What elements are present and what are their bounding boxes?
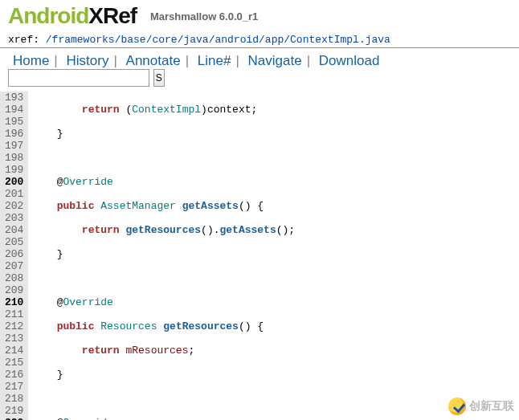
nav-line[interactable]: Line#	[193, 53, 236, 68]
line-number[interactable]: 218	[5, 393, 23, 405]
branch-subtitle: Marshmallow 6.0.0_r1	[150, 10, 258, 22]
code-view: 1931941951961971981992002012022032042052…	[0, 92, 519, 420]
line-number[interactable]: 215	[5, 357, 23, 369]
nav-annotate[interactable]: Annotate	[121, 53, 186, 68]
logo-android: Android	[8, 3, 88, 28]
xref-path[interactable]: /frameworks/base/core/java/android/app/C…	[46, 34, 390, 46]
line-number[interactable]: 206	[5, 248, 23, 260]
line-number[interactable]: 214	[5, 345, 23, 357]
line-number[interactable]: 194	[5, 104, 23, 116]
line-number[interactable]: 216	[5, 369, 23, 381]
nav-home[interactable]: Home	[8, 53, 54, 68]
watermark: 创新互联	[448, 398, 514, 415]
line-number[interactable]: 193	[5, 92, 23, 104]
logo-xref: XRef	[88, 3, 137, 28]
line-number[interactable]: 195	[5, 116, 23, 128]
line-number[interactable]: 205	[5, 236, 23, 248]
line-number-gutter[interactable]: 1931941951961971981992002012022032042052…	[0, 92, 28, 420]
line-number[interactable]: 212	[5, 320, 23, 332]
line-number[interactable]: 209	[5, 284, 23, 296]
header: AndroidXRef Marshmallow 6.0.0_r1	[0, 0, 519, 29]
nav-navigate[interactable]: Navigate	[243, 53, 307, 68]
watermark-text: 创新互联	[469, 399, 514, 414]
line-number[interactable]: 199	[5, 164, 23, 176]
line-number[interactable]: 201	[5, 188, 23, 200]
line-number[interactable]: 203	[5, 212, 23, 224]
line-number[interactable]: 208	[5, 272, 23, 284]
nav-download[interactable]: Download	[314, 53, 385, 68]
line-number[interactable]: 211	[5, 308, 23, 320]
logo[interactable]: AndroidXRef	[8, 3, 142, 28]
line-number[interactable]: 198	[5, 152, 23, 164]
xref-path-line: xref: /frameworks/base/core/java/android…	[0, 29, 519, 48]
line-number[interactable]: 196	[5, 128, 23, 140]
watermark-icon	[448, 398, 466, 415]
code-content[interactable]: return (ContextImpl)context; } @Override…	[28, 92, 519, 420]
line-number[interactable]: 219	[5, 405, 23, 417]
nav-bar: Home| History| Annotate| Line#| Navigate…	[0, 48, 519, 92]
line-number[interactable]: 217	[5, 381, 23, 393]
search-button[interactable]: S	[153, 69, 165, 87]
line-number[interactable]: 204	[5, 224, 23, 236]
search-input[interactable]	[8, 69, 149, 87]
line-number[interactable]: 213	[5, 332, 23, 345]
line-number[interactable]: 200	[5, 176, 23, 188]
line-number[interactable]: 197	[5, 140, 23, 152]
line-number[interactable]: 207	[5, 260, 23, 272]
line-number[interactable]: 220	[5, 417, 23, 420]
nav-history[interactable]: History	[62, 53, 114, 68]
line-number[interactable]: 202	[5, 200, 23, 212]
xref-label: xref:	[8, 34, 46, 46]
line-number[interactable]: 210	[5, 296, 23, 308]
